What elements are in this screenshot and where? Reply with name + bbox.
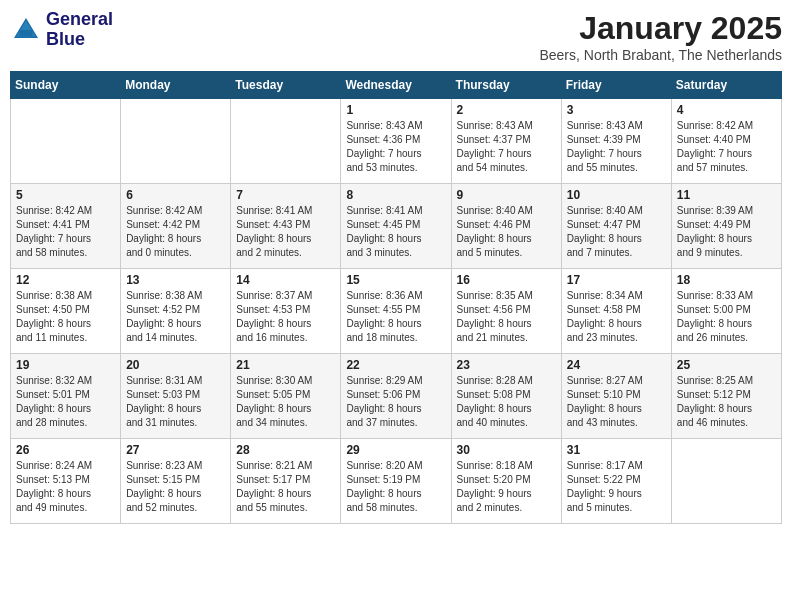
day-number: 1	[346, 103, 445, 117]
calendar-cell: 2Sunrise: 8:43 AM Sunset: 4:37 PM Daylig…	[451, 99, 561, 184]
logo: General Blue	[10, 10, 113, 50]
logo-icon	[10, 14, 42, 46]
day-info: Sunrise: 8:23 AM Sunset: 5:15 PM Dayligh…	[126, 459, 225, 515]
calendar-cell: 16Sunrise: 8:35 AM Sunset: 4:56 PM Dayli…	[451, 269, 561, 354]
calendar-cell	[231, 99, 341, 184]
day-info: Sunrise: 8:31 AM Sunset: 5:03 PM Dayligh…	[126, 374, 225, 430]
day-info: Sunrise: 8:42 AM Sunset: 4:41 PM Dayligh…	[16, 204, 115, 260]
day-number: 17	[567, 273, 666, 287]
calendar-cell: 20Sunrise: 8:31 AM Sunset: 5:03 PM Dayli…	[121, 354, 231, 439]
calendar-cell: 13Sunrise: 8:38 AM Sunset: 4:52 PM Dayli…	[121, 269, 231, 354]
calendar-cell	[671, 439, 781, 524]
day-info: Sunrise: 8:34 AM Sunset: 4:58 PM Dayligh…	[567, 289, 666, 345]
day-info: Sunrise: 8:37 AM Sunset: 4:53 PM Dayligh…	[236, 289, 335, 345]
calendar-cell: 10Sunrise: 8:40 AM Sunset: 4:47 PM Dayli…	[561, 184, 671, 269]
calendar-header: Sunday Monday Tuesday Wednesday Thursday…	[11, 72, 782, 99]
calendar-cell: 1Sunrise: 8:43 AM Sunset: 4:36 PM Daylig…	[341, 99, 451, 184]
calendar-cell: 23Sunrise: 8:28 AM Sunset: 5:08 PM Dayli…	[451, 354, 561, 439]
day-info: Sunrise: 8:35 AM Sunset: 4:56 PM Dayligh…	[457, 289, 556, 345]
calendar-cell: 11Sunrise: 8:39 AM Sunset: 4:49 PM Dayli…	[671, 184, 781, 269]
day-number: 8	[346, 188, 445, 202]
calendar-cell: 28Sunrise: 8:21 AM Sunset: 5:17 PM Dayli…	[231, 439, 341, 524]
day-number: 11	[677, 188, 776, 202]
col-friday: Friday	[561, 72, 671, 99]
calendar-cell: 5Sunrise: 8:42 AM Sunset: 4:41 PM Daylig…	[11, 184, 121, 269]
day-info: Sunrise: 8:36 AM Sunset: 4:55 PM Dayligh…	[346, 289, 445, 345]
day-number: 29	[346, 443, 445, 457]
day-number: 13	[126, 273, 225, 287]
location-subtitle: Beers, North Brabant, The Netherlands	[539, 47, 782, 63]
day-info: Sunrise: 8:41 AM Sunset: 4:45 PM Dayligh…	[346, 204, 445, 260]
day-number: 12	[16, 273, 115, 287]
calendar-cell: 7Sunrise: 8:41 AM Sunset: 4:43 PM Daylig…	[231, 184, 341, 269]
day-number: 5	[16, 188, 115, 202]
day-info: Sunrise: 8:40 AM Sunset: 4:46 PM Dayligh…	[457, 204, 556, 260]
day-number: 23	[457, 358, 556, 372]
day-info: Sunrise: 8:30 AM Sunset: 5:05 PM Dayligh…	[236, 374, 335, 430]
calendar-cell: 3Sunrise: 8:43 AM Sunset: 4:39 PM Daylig…	[561, 99, 671, 184]
day-number: 30	[457, 443, 556, 457]
day-info: Sunrise: 8:42 AM Sunset: 4:42 PM Dayligh…	[126, 204, 225, 260]
calendar-cell	[121, 99, 231, 184]
calendar-cell: 31Sunrise: 8:17 AM Sunset: 5:22 PM Dayli…	[561, 439, 671, 524]
day-info: Sunrise: 8:27 AM Sunset: 5:10 PM Dayligh…	[567, 374, 666, 430]
day-number: 14	[236, 273, 335, 287]
day-info: Sunrise: 8:38 AM Sunset: 4:52 PM Dayligh…	[126, 289, 225, 345]
calendar-week-1: 1Sunrise: 8:43 AM Sunset: 4:36 PM Daylig…	[11, 99, 782, 184]
logo-line1: General	[46, 10, 113, 30]
day-info: Sunrise: 8:29 AM Sunset: 5:06 PM Dayligh…	[346, 374, 445, 430]
day-info: Sunrise: 8:38 AM Sunset: 4:50 PM Dayligh…	[16, 289, 115, 345]
calendar-cell: 22Sunrise: 8:29 AM Sunset: 5:06 PM Dayli…	[341, 354, 451, 439]
day-info: Sunrise: 8:24 AM Sunset: 5:13 PM Dayligh…	[16, 459, 115, 515]
calendar-cell: 19Sunrise: 8:32 AM Sunset: 5:01 PM Dayli…	[11, 354, 121, 439]
calendar-cell: 15Sunrise: 8:36 AM Sunset: 4:55 PM Dayli…	[341, 269, 451, 354]
day-number: 7	[236, 188, 335, 202]
calendar-cell: 12Sunrise: 8:38 AM Sunset: 4:50 PM Dayli…	[11, 269, 121, 354]
title-area: January 2025 Beers, North Brabant, The N…	[539, 10, 782, 63]
col-thursday: Thursday	[451, 72, 561, 99]
header-row: Sunday Monday Tuesday Wednesday Thursday…	[11, 72, 782, 99]
calendar-cell: 8Sunrise: 8:41 AM Sunset: 4:45 PM Daylig…	[341, 184, 451, 269]
calendar-cell	[11, 99, 121, 184]
day-number: 26	[16, 443, 115, 457]
calendar-cell: 26Sunrise: 8:24 AM Sunset: 5:13 PM Dayli…	[11, 439, 121, 524]
day-number: 20	[126, 358, 225, 372]
calendar-week-3: 12Sunrise: 8:38 AM Sunset: 4:50 PM Dayli…	[11, 269, 782, 354]
logo-line2: Blue	[46, 30, 113, 50]
day-number: 4	[677, 103, 776, 117]
day-info: Sunrise: 8:41 AM Sunset: 4:43 PM Dayligh…	[236, 204, 335, 260]
day-info: Sunrise: 8:43 AM Sunset: 4:39 PM Dayligh…	[567, 119, 666, 175]
calendar-body: 1Sunrise: 8:43 AM Sunset: 4:36 PM Daylig…	[11, 99, 782, 524]
day-number: 28	[236, 443, 335, 457]
day-number: 18	[677, 273, 776, 287]
calendar-cell: 9Sunrise: 8:40 AM Sunset: 4:46 PM Daylig…	[451, 184, 561, 269]
calendar-cell: 17Sunrise: 8:34 AM Sunset: 4:58 PM Dayli…	[561, 269, 671, 354]
day-info: Sunrise: 8:39 AM Sunset: 4:49 PM Dayligh…	[677, 204, 776, 260]
day-info: Sunrise: 8:28 AM Sunset: 5:08 PM Dayligh…	[457, 374, 556, 430]
day-number: 16	[457, 273, 556, 287]
month-year-title: January 2025	[539, 10, 782, 47]
calendar-week-2: 5Sunrise: 8:42 AM Sunset: 4:41 PM Daylig…	[11, 184, 782, 269]
day-info: Sunrise: 8:25 AM Sunset: 5:12 PM Dayligh…	[677, 374, 776, 430]
day-number: 22	[346, 358, 445, 372]
svg-rect-2	[20, 30, 33, 36]
day-info: Sunrise: 8:32 AM Sunset: 5:01 PM Dayligh…	[16, 374, 115, 430]
day-number: 2	[457, 103, 556, 117]
col-wednesday: Wednesday	[341, 72, 451, 99]
calendar-cell: 25Sunrise: 8:25 AM Sunset: 5:12 PM Dayli…	[671, 354, 781, 439]
calendar-cell: 27Sunrise: 8:23 AM Sunset: 5:15 PM Dayli…	[121, 439, 231, 524]
day-info: Sunrise: 8:40 AM Sunset: 4:47 PM Dayligh…	[567, 204, 666, 260]
col-tuesday: Tuesday	[231, 72, 341, 99]
day-info: Sunrise: 8:42 AM Sunset: 4:40 PM Dayligh…	[677, 119, 776, 175]
calendar-week-4: 19Sunrise: 8:32 AM Sunset: 5:01 PM Dayli…	[11, 354, 782, 439]
day-number: 3	[567, 103, 666, 117]
calendar-cell: 30Sunrise: 8:18 AM Sunset: 5:20 PM Dayli…	[451, 439, 561, 524]
day-number: 9	[457, 188, 556, 202]
calendar-cell: 4Sunrise: 8:42 AM Sunset: 4:40 PM Daylig…	[671, 99, 781, 184]
col-monday: Monday	[121, 72, 231, 99]
day-number: 10	[567, 188, 666, 202]
day-number: 24	[567, 358, 666, 372]
day-info: Sunrise: 8:17 AM Sunset: 5:22 PM Dayligh…	[567, 459, 666, 515]
day-number: 31	[567, 443, 666, 457]
calendar-table: Sunday Monday Tuesday Wednesday Thursday…	[10, 71, 782, 524]
